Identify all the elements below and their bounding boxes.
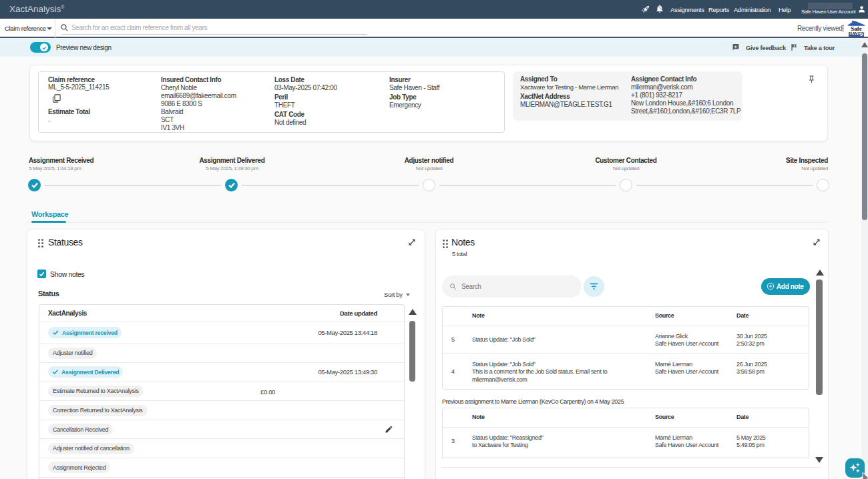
svg-text:HAVEN: HAVEN: [849, 31, 865, 35]
